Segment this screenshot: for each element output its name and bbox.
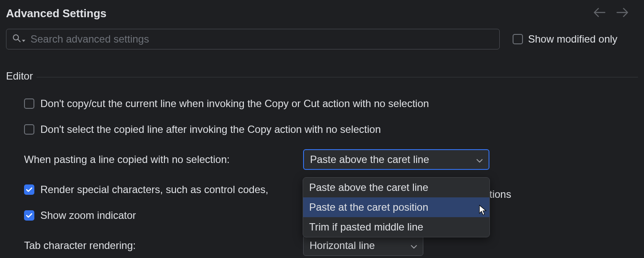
render-special-chars-checkbox[interactable] bbox=[24, 184, 34, 195]
dropdown-item-paste-above[interactable]: Paste above the caret line bbox=[303, 178, 489, 197]
paste-behavior-dropdown: Paste above the caret line Paste at the … bbox=[303, 177, 490, 237]
render-special-chars-label: Render special characters, such as contr… bbox=[40, 184, 268, 196]
show-modified-only-label: Show modified only bbox=[528, 33, 617, 45]
search-input[interactable] bbox=[30, 33, 493, 45]
section-divider bbox=[36, 77, 638, 77]
show-zoom-indicator-checkbox[interactable] bbox=[24, 210, 34, 221]
back-arrow-icon[interactable] bbox=[593, 7, 605, 20]
dont-copy-cut-checkbox[interactable] bbox=[24, 98, 34, 109]
chevron-down-icon bbox=[411, 240, 417, 252]
page-title: Advanced Settings bbox=[6, 7, 593, 20]
paste-behavior-label: When pasting a line copied with no selec… bbox=[24, 154, 303, 166]
search-box[interactable] bbox=[6, 29, 500, 49]
dont-select-copied-checkbox[interactable] bbox=[24, 124, 34, 135]
dont-copy-cut-label: Don't copy/cut the current line when inv… bbox=[40, 98, 429, 110]
paste-behavior-select[interactable]: Paste above the caret line bbox=[303, 149, 489, 170]
svg-line-1 bbox=[18, 40, 20, 42]
forward-arrow-icon[interactable] bbox=[617, 7, 629, 20]
search-filter-chevron-icon[interactable] bbox=[21, 33, 30, 45]
section-title-editor: Editor bbox=[6, 70, 33, 82]
paste-behavior-value: Paste above the caret line bbox=[310, 154, 429, 166]
tab-rendering-label: Tab character rendering: bbox=[24, 240, 303, 252]
show-modified-only-checkbox[interactable] bbox=[513, 34, 523, 44]
dropdown-item-paste-at-caret[interactable]: Paste at the caret position bbox=[303, 197, 489, 217]
tab-rendering-select[interactable]: Horizontal line bbox=[303, 235, 423, 256]
svg-point-0 bbox=[13, 35, 18, 40]
dropdown-item-trim-middle[interactable]: Trim if pasted middle line bbox=[303, 217, 489, 237]
dont-select-copied-label: Don't select the copied line after invok… bbox=[40, 123, 381, 135]
tab-rendering-value: Horizontal line bbox=[310, 240, 375, 252]
show-zoom-indicator-label: Show zoom indicator bbox=[40, 209, 136, 221]
search-icon bbox=[12, 33, 21, 45]
chevron-down-icon bbox=[477, 154, 483, 166]
render-special-chars-label-tail: tions bbox=[489, 188, 511, 200]
